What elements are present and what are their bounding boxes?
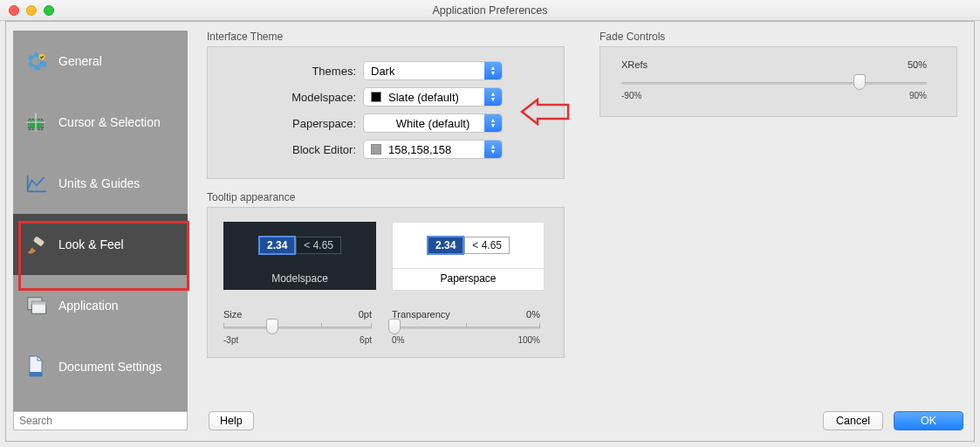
svg-rect-14 — [30, 372, 42, 376]
modelspace-preview-label: Modelspace — [223, 269, 376, 290]
sidebar-item-label: Document Settings — [58, 360, 161, 374]
ruler-axis-icon — [24, 171, 48, 196]
document-icon — [24, 354, 48, 379]
sidebar-item-units-guides[interactable]: Units & Guides — [13, 153, 188, 214]
themes-label: Themes: — [223, 65, 363, 78]
paperspace-select[interactable]: White (default) ▲▼ — [363, 113, 503, 133]
transparency-value: 0% — [526, 309, 540, 320]
sidebar: General Cursor & Selection Units & Guide… — [13, 31, 188, 419]
xrefs-label: XRefs — [621, 59, 648, 70]
fade-controls-panel: XRefs 50% -90% 90% — [600, 46, 957, 117]
footer-bar: Help Cancel OK — [13, 408, 963, 434]
paperspace-preview-label: Paperspace — [392, 269, 545, 291]
modelspace-select[interactable]: Slate (default) ▲▼ — [363, 87, 503, 107]
tooltip-value-b: < 4.65 — [296, 237, 341, 254]
size-label: Size — [223, 309, 242, 320]
paperspace-value: White (default) — [396, 117, 470, 130]
help-button[interactable]: Help — [209, 411, 254, 430]
minimize-icon[interactable] — [26, 5, 37, 16]
transparency-label: Transparency — [392, 309, 450, 320]
slider-knob-icon — [853, 74, 866, 90]
themes-select[interactable]: Dark ▲▼ — [363, 61, 503, 80]
sidebar-item-document-settings[interactable]: Document Settings — [13, 336, 188, 397]
xrefs-min: -90% — [621, 91, 641, 100]
themes-value: Dark — [371, 65, 394, 78]
close-icon[interactable] — [9, 5, 19, 16]
chevron-up-down-icon: ▲▼ — [484, 141, 502, 158]
size-slider[interactable] — [223, 320, 372, 334]
arrow-annotation-icon — [520, 98, 572, 126]
block-editor-label: Block Editor: — [223, 143, 363, 156]
modelspace-preview: 2.34 < 4.65 Modelspace — [223, 222, 376, 297]
search-input[interactable] — [13, 411, 188, 430]
section-title-interface-theme: Interface Theme — [207, 31, 565, 43]
xrefs-max: 90% — [909, 91, 927, 100]
gear-icon — [24, 49, 48, 73]
xrefs-slider[interactable] — [621, 75, 927, 89]
paperspace-preview: 2.34 < 4.65 Paperspace — [392, 222, 545, 297]
color-swatch-icon — [371, 92, 381, 102]
modelspace-label: Modelspace: — [223, 91, 363, 104]
titlebar: Application Preferences — [0, 0, 980, 21]
window-stack-icon — [24, 293, 48, 318]
sidebar-item-label: Application — [58, 299, 119, 313]
xrefs-value: 50% — [908, 59, 927, 70]
size-min: -3pt — [223, 335, 238, 345]
tooltip-value-a: 2.34 — [427, 236, 464, 255]
chevron-up-down-icon: ▲▼ — [484, 88, 502, 106]
block-editor-select[interactable]: 158,158,158 ▲▼ — [363, 140, 503, 159]
section-title-tooltip: Tooltip appearance — [207, 191, 565, 203]
modelspace-value: Slate (default) — [388, 91, 459, 104]
sidebar-item-label: Look & Feel — [58, 237, 124, 251]
tooltip-value-b: < 4.65 — [464, 237, 510, 254]
window-controls — [9, 5, 54, 16]
sidebar-item-general[interactable]: General — [13, 31, 188, 92]
size-value: 0pt — [359, 309, 372, 320]
cancel-button[interactable]: Cancel — [823, 411, 883, 430]
sidebar-item-label: General — [58, 54, 102, 68]
chevron-up-down-icon: ▲▼ — [484, 114, 502, 132]
transparency-slider[interactable] — [392, 320, 540, 334]
paperspace-label: Paperspace: — [223, 117, 363, 130]
sidebar-item-label: Units & Guides — [58, 176, 140, 190]
slider-knob-icon — [388, 319, 401, 334]
transparency-max: 100% — [517, 335, 540, 345]
color-swatch-icon — [371, 144, 381, 155]
window-title: Application Preferences — [432, 4, 547, 17]
slider-knob-icon — [266, 319, 278, 334]
transparency-min: 0% — [392, 335, 404, 345]
svg-rect-10 — [33, 236, 45, 246]
cursor-crop-icon — [24, 110, 48, 134]
sidebar-item-label: Cursor & Selection — [58, 115, 161, 129]
chevron-up-down-icon: ▲▼ — [484, 62, 502, 79]
interface-theme-panel: Themes: Dark ▲▼ Modelspace: Slate (defau… — [207, 46, 565, 179]
ok-button[interactable]: OK — [894, 411, 963, 430]
size-max: 6pt — [360, 335, 372, 345]
paintbrush-icon — [24, 232, 48, 257]
svg-rect-13 — [31, 301, 45, 305]
sidebar-item-cursor-selection[interactable]: Cursor & Selection — [13, 92, 188, 153]
sidebar-item-look-feel[interactable]: Look & Feel — [13, 214, 188, 275]
tooltip-appearance-panel: 2.34 < 4.65 Modelspace 2.34 < 4.65 Paper… — [207, 207, 565, 358]
section-title-fade-controls: Fade Controls — [600, 31, 957, 43]
tooltip-value-a: 2.34 — [258, 236, 296, 255]
maximize-icon[interactable] — [44, 5, 54, 16]
block-editor-value: 158,158,158 — [388, 143, 451, 156]
sidebar-item-application[interactable]: Application — [13, 275, 188, 336]
